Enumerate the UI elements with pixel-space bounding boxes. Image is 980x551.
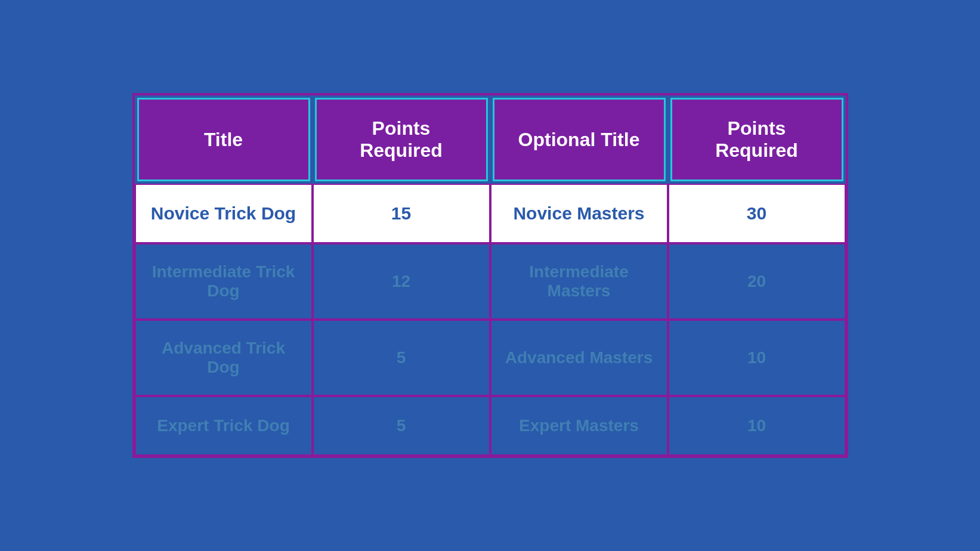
- novice-optional-points-cell: 30: [668, 184, 846, 243]
- header-points-required-2: Points Required: [670, 98, 843, 181]
- advanced-optional-points-cell: 10: [668, 320, 846, 396]
- advanced-points-cell: 5: [313, 320, 490, 396]
- expert-optional-points-cell: 10: [668, 396, 846, 456]
- advanced-title-cell: Advanced Trick Dog: [135, 320, 313, 396]
- header-title: Title: [137, 98, 310, 181]
- expert-title-cell: Expert Trick Dog: [135, 396, 313, 456]
- header-optional-title: Optional Title: [493, 98, 666, 181]
- novice-optional-cell: Novice Masters: [490, 184, 668, 243]
- novice-title-cell: Novice Trick Dog: [135, 184, 313, 243]
- table-grid: Title Points Required Optional Title Poi…: [135, 95, 846, 456]
- intermediate-optional-points-cell: 20: [668, 243, 846, 320]
- advanced-optional-cell: Advanced Masters: [490, 320, 668, 396]
- expert-points-cell: 5: [313, 396, 490, 456]
- header-points-required-1: Points Required: [315, 98, 488, 181]
- novice-points-cell: 15: [313, 184, 490, 243]
- intermediate-points-cell: 12: [313, 243, 490, 320]
- intermediate-optional-cell: Intermediate Masters: [490, 243, 668, 320]
- intermediate-title-cell: Intermediate Trick Dog: [135, 243, 313, 320]
- main-table: Title Points Required Optional Title Poi…: [132, 93, 848, 458]
- expert-optional-cell: Expert Masters: [490, 396, 668, 456]
